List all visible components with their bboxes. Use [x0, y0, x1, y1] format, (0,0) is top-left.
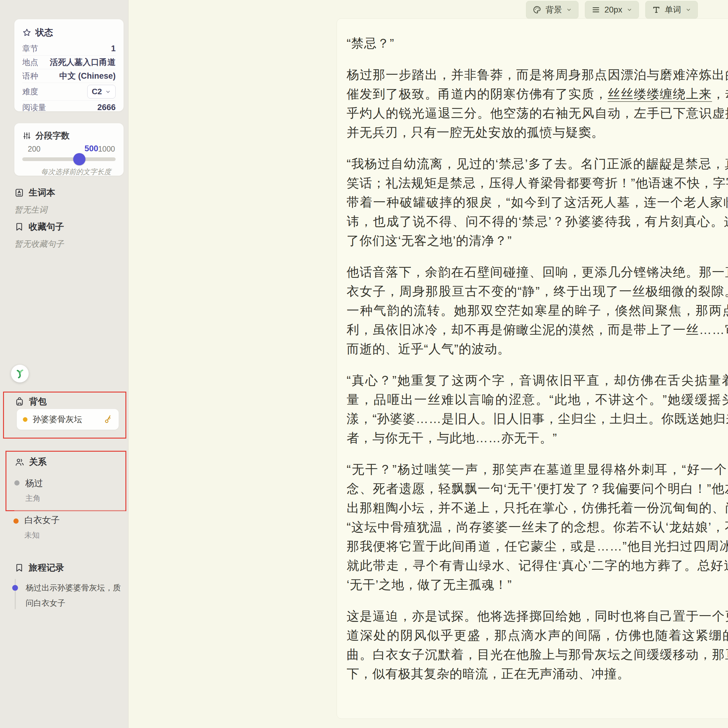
difficulty-select[interactable]: C2 — [87, 85, 116, 98]
key-icon — [103, 414, 113, 425]
green-y-logo-icon — [14, 368, 25, 379]
backpack-annotation-box: 背包 孙婆婆骨灰坛 — [3, 392, 126, 439]
relation-status-dot — [14, 480, 20, 486]
slider-min-label: 200 — [28, 145, 41, 153]
vocab-header: 生词本 — [14, 187, 124, 199]
backpack-header: 背包 — [15, 396, 47, 408]
word-mode-button[interactable]: 单词 — [645, 1, 698, 18]
story-paragraph: 这是逼迫，亦是试探。他将选择掷回给她，同时也将自己置于一个更决绝的境地。墓道深处… — [346, 607, 728, 684]
sentences-empty-text: 暂无收藏句子 — [14, 239, 124, 249]
slider-caption: 每次选择前的文字长度 — [22, 167, 116, 177]
chevron-down-icon — [685, 7, 691, 13]
journey-title: 旅程记录 — [29, 562, 64, 574]
journey-entry: 杨过出示孙婆婆骨灰坛，质问白衣女子 — [26, 580, 126, 610]
chevron-down-icon — [105, 89, 111, 95]
reader-toolbar: 背景 20px 单词 — [526, 1, 698, 18]
story-content-card: “禁忌？” 杨过那一步踏出，并非鲁莽，而是将周身那点因漂泊与磨难淬炼出的、野兽般… — [337, 18, 728, 719]
relation-entry-yangguo[interactable]: 杨过 主角 — [14, 477, 126, 511]
story-paragraph: “真心？”她重复了这两个字，音调依旧平直，却仿佛在舌尖掂量着这陌生词汇的重量，品… — [346, 371, 728, 448]
slider-current-value: 500 — [84, 144, 98, 153]
segment-length-title: 分段字数 — [35, 130, 70, 142]
backpack-icon — [15, 397, 25, 407]
slider-labels: 200 500 1000 — [22, 144, 116, 155]
story-paragraph: 杨过那一步踏出，并非鲁莽，而是将周身那点因漂泊与磨难淬炼出的、野兽般的直觉催发到… — [346, 65, 728, 142]
status-panel: 状态 章节 1 地点 活死人墓入口甬道 语种 中文 (Chinese) 难度 C… — [14, 19, 124, 111]
bookmark-icon — [14, 563, 24, 573]
segment-length-panel: 分段字数 200 500 1000 每次选择前的文字长度 — [14, 123, 124, 176]
chevron-down-icon — [627, 7, 633, 13]
backpack-item-name: 孙婆婆骨灰坛 — [33, 414, 98, 425]
segment-length-slider[interactable] — [22, 158, 116, 161]
letter-T-icon — [652, 5, 661, 14]
background-button-label: 背景 — [546, 4, 562, 15]
slider-max-label: 1000 — [98, 145, 115, 153]
story-paragraph: 他话音落下，余韵在石壁间碰撞、回响，更添几分铿锵决绝。那一直凝定如冰雕的白衣女子… — [346, 263, 728, 359]
status-row-language: 语种 中文 (Chinese) — [22, 69, 116, 83]
text-lines-icon — [591, 5, 601, 14]
relations-header: 关系 — [15, 456, 47, 468]
chevron-down-icon — [566, 7, 572, 13]
story-text: “禁忌？” 杨过那一步踏出，并非鲁莽，而是将周身那点因漂泊与磨难淬炼出的、野兽般… — [337, 18, 728, 684]
font-size-button[interactable]: 20px — [585, 1, 639, 18]
word-mode-label: 单词 — [665, 4, 681, 15]
slider-thumb[interactable] — [73, 153, 86, 165]
status-row-difficulty: 难度 C2 — [22, 83, 116, 101]
relation-role: 主角 — [25, 493, 123, 503]
status-row-chapter: 章节 1 — [22, 42, 116, 55]
relation-name: 杨过 — [25, 477, 123, 489]
relation-entry-baiyinvzi[interactable]: 白衣女子 未知 — [14, 514, 114, 540]
relations-annotation-box: 关系 杨过 主角 — [6, 451, 126, 511]
relation-name: 白衣女子 — [25, 514, 111, 526]
status-panel-header: 状态 — [22, 26, 116, 39]
timeline-line — [15, 579, 16, 609]
bookmark-icon — [14, 222, 24, 232]
status-rows: 章节 1 地点 活死人墓入口甬道 语种 中文 (Chinese) 难度 C2 — [22, 42, 116, 115]
sentences-header: 收藏句子 — [14, 221, 124, 233]
status-row-location: 地点 活死人墓入口甬道 — [22, 55, 116, 69]
story-paragraph: “我杨过自幼流离，见过的‘禁忌’多了去。名门正派的龌龊是禁忌，真心实意反倒成了笑… — [346, 154, 728, 251]
floating-logo-button[interactable] — [11, 365, 29, 382]
status-panel-title: 状态 — [35, 26, 53, 39]
dictionary-icon — [14, 188, 24, 197]
background-button[interactable]: 背景 — [526, 1, 578, 18]
relations-title: 关系 — [29, 456, 47, 468]
sidebar: 状态 章节 1 地点 活死人墓入口甬道 语种 中文 (Chinese) 难度 C… — [0, 0, 129, 728]
palette-icon — [532, 5, 542, 14]
vocab-section: 生词本 暂无生词 — [14, 187, 124, 215]
item-status-dot — [23, 417, 28, 422]
status-row-reads: 阅读量 2666 — [22, 101, 116, 115]
timeline-dot — [12, 585, 18, 591]
segment-length-header: 分段字数 — [22, 130, 116, 142]
sentences-section: 收藏句子 暂无收藏句子 — [14, 221, 124, 249]
main-area: 背景 20px 单词 “禁忌？” 杨过那一步踏出 — [129, 0, 728, 728]
journey-header: 旅程记录 — [14, 562, 124, 574]
star-icon — [22, 28, 31, 37]
sentences-title: 收藏句子 — [29, 221, 64, 233]
font-size-value: 20px — [604, 5, 622, 15]
relation-status-dot — [14, 518, 18, 524]
story-paragraph: “禁忌？” — [346, 34, 728, 53]
relation-role: 未知 — [25, 530, 111, 540]
journey-timeline: 杨过出示孙婆婆骨灰坛，质问白衣女子 — [12, 578, 116, 612]
sliders-icon — [22, 131, 31, 140]
underlined-vocab-word[interactable]: 丝丝缕缕缠绕上来 — [607, 87, 712, 101]
users-icon — [15, 457, 25, 467]
vocab-empty-text: 暂无生词 — [14, 204, 124, 215]
backpack-item[interactable]: 孙婆婆骨灰坛 — [17, 409, 119, 430]
journey-section: 旅程记录 — [14, 562, 124, 574]
backpack-title: 背包 — [29, 396, 47, 408]
story-paragraph: “无干？”杨过嗤笑一声，那笑声在墓道里显得格外刺耳，“好一个‘无干’！将生者眷念… — [346, 460, 728, 594]
vocab-title: 生词本 — [29, 187, 55, 199]
